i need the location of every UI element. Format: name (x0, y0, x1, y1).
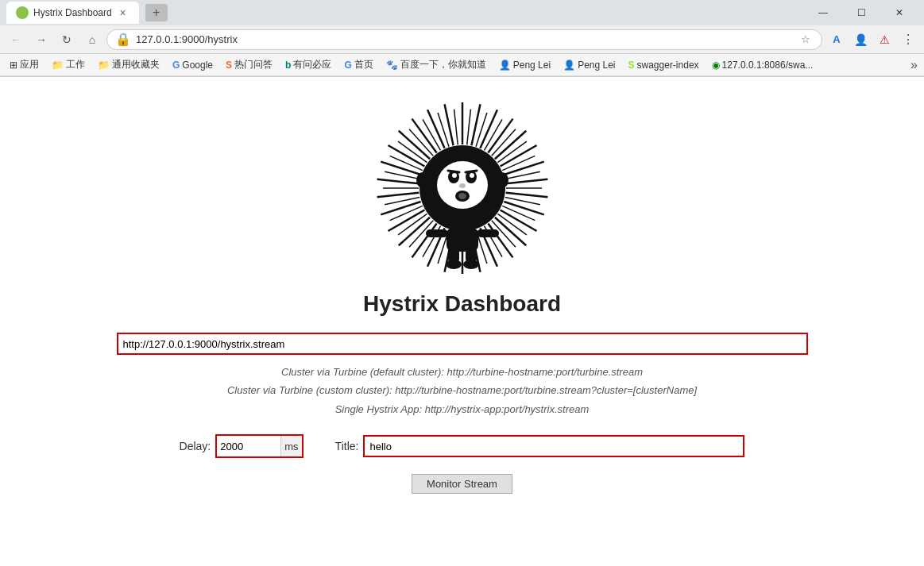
bookmark-label: swagger-index (637, 60, 699, 71)
delay-input[interactable] (217, 436, 280, 456)
svg-line-14 (505, 179, 547, 184)
bookmark-favorites[interactable]: 📁 通用收藏夹 (95, 56, 163, 73)
bookmark-homepage[interactable]: G 首页 (341, 56, 376, 73)
lock-icon: 🔒 (115, 32, 131, 47)
svg-line-66 (448, 171, 459, 172)
svg-rect-73 (447, 228, 478, 252)
delay-unit: ms (280, 436, 301, 456)
extensions-icon[interactable]: A (825, 29, 848, 51)
bookmark-label: 通用收藏夹 (112, 58, 160, 71)
bookmark-star-icon[interactable]: ☆ (798, 32, 814, 48)
reload-button[interactable]: ↻ (56, 29, 78, 51)
bookmark-label: 首页 (354, 58, 373, 71)
svg-point-72 (496, 172, 508, 188)
active-tab[interactable]: Hystrix Dashboard × (6, 2, 139, 24)
bookmark-bing[interactable]: b 有问必应 (282, 56, 334, 73)
bookmark-baidu[interactable]: 🐾 百度一下，你就知道 (383, 56, 489, 73)
tab-favicon (16, 6, 29, 19)
bing-icon: b (285, 60, 291, 71)
delay-label: Delay: (180, 440, 211, 452)
svg-point-78 (446, 260, 462, 269)
alert-icon[interactable]: ⚠ (873, 29, 895, 51)
svg-rect-74 (426, 229, 448, 237)
bookmarks-bar: ⊞ 应用 📁 工作 📁 通用收藏夹 G Google S 热门问答 b 有问必应… (0, 54, 924, 76)
nav-right-icons: A 👤 ⚠ ⋮ (825, 29, 919, 51)
svg-point-71 (416, 172, 429, 188)
bookmark-penglei1[interactable]: 👤 Peng Lei (496, 58, 554, 72)
hystrix-logo (375, 101, 550, 275)
monitor-stream-button[interactable]: Monitor Stream (412, 474, 512, 494)
bookmark-label: Peng Lei (578, 60, 615, 71)
hint-line-2: Cluster via Turbine (custom cluster): ht… (227, 381, 697, 399)
address-bar[interactable]: 🔒 127.0.0.1:9000/hystrix ☆ (106, 29, 822, 50)
bookmark-apps[interactable]: ⊞ 应用 (6, 56, 42, 73)
tab-close-button[interactable]: × (117, 6, 130, 19)
folder-icon: 📁 (98, 60, 110, 71)
svg-line-59 (454, 110, 458, 145)
svg-line-16 (505, 193, 547, 198)
g-icon: G (344, 60, 351, 71)
minimize-button[interactable]: — (805, 0, 841, 25)
new-tab-button[interactable]: + (145, 4, 168, 21)
svg-line-44 (377, 193, 419, 198)
bookmark-label: 有问必应 (293, 58, 331, 71)
address-icons: ☆ (798, 32, 814, 48)
title-bar: Hystrix Dashboard × + — ☐ ✕ (0, 0, 924, 25)
svg-point-64 (452, 173, 457, 178)
baidu-icon: 🐾 (386, 60, 398, 71)
bookmarks-more-button[interactable]: » (910, 58, 918, 72)
stream-url-input[interactable] (117, 333, 808, 355)
stream-url-row (117, 333, 808, 355)
bookmark-label: 工作 (66, 58, 85, 71)
page-content: Hystrix Dashboard Cluster via Turbine (d… (0, 77, 924, 510)
svg-line-67 (466, 171, 477, 172)
avatar-icon: 👤 (563, 60, 575, 71)
bookmark-label: 百度一下，你就知道 (400, 58, 486, 71)
bookmark-work[interactable]: 📁 工作 (48, 56, 88, 73)
bookmark-label: 热门问答 (234, 58, 273, 71)
sf-icon: S (226, 60, 232, 71)
close-button[interactable]: ✕ (881, 0, 918, 25)
svg-line-58 (444, 104, 453, 145)
hint-url-1: http://turbine-hostname:port/turbine.str… (447, 366, 643, 378)
apps-icon: ⊞ (10, 60, 17, 71)
title-label: Title: (335, 440, 359, 452)
profile-icon[interactable]: 👤 (849, 29, 872, 51)
browser-menu-button[interactable]: ⋮ (897, 29, 919, 51)
hint-url-3: http://hystrix-app:port/hystrix.stream (425, 403, 590, 415)
swagger-icon: S (628, 60, 635, 71)
avatar-icon: 👤 (499, 60, 511, 71)
bookmark-label: 应用 (20, 58, 39, 71)
maximize-button[interactable]: ☐ (843, 0, 880, 25)
hint-line-3: Single Hystrix App: http://hystrix-app:p… (227, 400, 697, 418)
hints-section: Cluster via Turbine (default cluster): h… (227, 363, 697, 418)
tab-title: Hystrix Dashboard (33, 7, 112, 18)
controls-row: Delay: ms Title: (180, 434, 745, 458)
svg-line-1 (466, 110, 470, 145)
svg-line-48 (381, 162, 420, 175)
svg-rect-75 (477, 229, 499, 237)
svg-point-65 (470, 173, 474, 178)
bookmark-local[interactable]: ◉ 127.0.0.1:8086/swa... (709, 58, 817, 72)
address-text: 127.0.0.1:9000/hystrix (136, 33, 793, 45)
bookmark-penglei2[interactable]: 👤 Peng Lei (560, 58, 618, 72)
title-input[interactable] (363, 435, 744, 457)
home-button[interactable]: ⌂ (81, 29, 103, 51)
svg-line-42 (381, 202, 420, 214)
bookmark-label: Google (182, 60, 213, 71)
svg-line-18 (504, 202, 543, 214)
title-group: Title: (335, 435, 745, 457)
svg-point-79 (463, 260, 479, 269)
circle-icon: ◉ (712, 60, 720, 71)
delay-group: Delay: ms (180, 434, 303, 458)
window-controls: — ☐ ✕ (805, 0, 918, 25)
bookmark-google[interactable]: G Google (169, 58, 216, 72)
back-button[interactable]: ← (5, 29, 27, 51)
bookmark-swagger[interactable]: S swagger-index (625, 58, 702, 72)
forward-button[interactable]: → (30, 29, 52, 51)
folder-icon: 📁 (52, 60, 64, 71)
bookmark-sf[interactable]: S 热门问答 (222, 56, 276, 73)
svg-line-12 (504, 162, 543, 175)
bookmark-label: Peng Lei (513, 60, 551, 71)
svg-line-2 (471, 104, 480, 145)
